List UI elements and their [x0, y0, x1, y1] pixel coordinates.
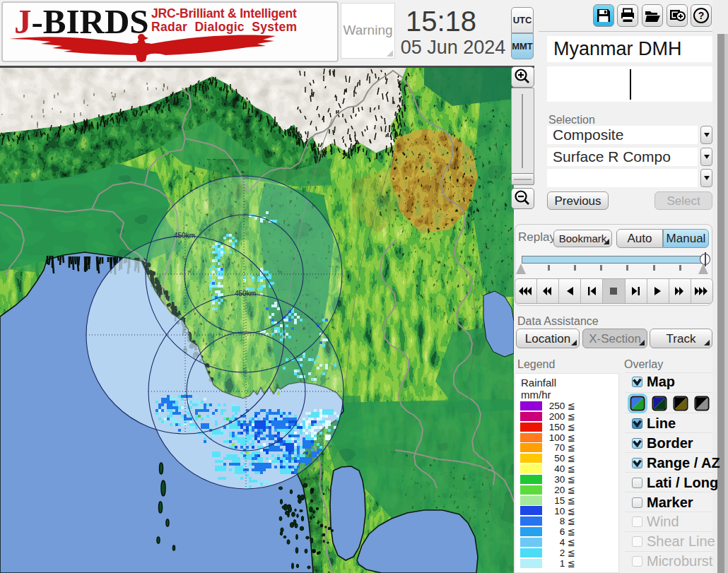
svg-text:450km: 450km: [235, 290, 256, 297]
svg-text:?: ?: [698, 10, 705, 21]
svg-text:450km: 450km: [174, 232, 195, 240]
